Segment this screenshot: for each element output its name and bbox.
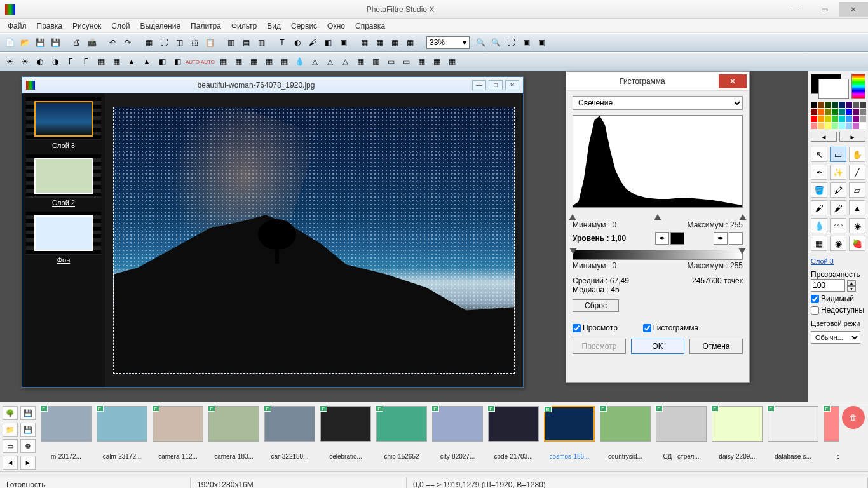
layer-thumb[interactable] <box>34 101 93 137</box>
canvas[interactable] <box>113 107 515 374</box>
eyedropper-tool-icon[interactable]: ✒ <box>811 165 827 180</box>
pointer-tool-icon[interactable]: ↖ <box>811 147 827 162</box>
module-icon[interactable]: ▦ <box>372 36 386 50</box>
open-icon[interactable]: 📂 <box>18 36 32 50</box>
emboss-icon[interactable]: △ <box>338 55 352 69</box>
layer-thumb[interactable] <box>34 215 93 251</box>
relief-icon[interactable]: △ <box>323 55 337 69</box>
tree-disk-icon[interactable]: 💾 <box>20 423 36 437</box>
preview-checkbox[interactable]: Просмотр <box>573 323 618 332</box>
close-button[interactable]: ✕ <box>839 2 868 17</box>
menu-window[interactable]: Окно <box>322 20 350 32</box>
palette-color[interactable] <box>825 109 831 115</box>
white-swatch[interactable] <box>729 232 743 245</box>
palette-color[interactable] <box>825 123 831 129</box>
resize-icon[interactable]: ⛶ <box>157 36 171 50</box>
palette-color[interactable] <box>832 123 838 129</box>
menu-palette[interactable]: Палитра <box>186 20 226 32</box>
paste-icon[interactable]: 📋 <box>203 36 217 50</box>
tree-save-icon[interactable]: 💾 <box>20 406 36 420</box>
palette-color[interactable] <box>846 116 852 122</box>
palette-color[interactable] <box>853 102 859 108</box>
palette-color[interactable] <box>846 109 852 115</box>
sharpen-icon[interactable]: △ <box>308 55 322 69</box>
wand-tool-icon[interactable]: ✨ <box>830 165 846 180</box>
blur-icon[interactable]: 💧 <box>292 55 306 69</box>
advbrush-tool-icon[interactable]: 🖌 <box>830 200 846 215</box>
redeye-tool-icon[interactable]: ◉ <box>830 236 846 251</box>
mdi-maximize-icon[interactable]: □ <box>489 80 503 90</box>
bright-plus-icon[interactable]: ☀ <box>18 55 32 69</box>
palette-color[interactable] <box>832 116 838 122</box>
palette-color[interactable] <box>811 109 817 115</box>
palette-prev-button[interactable]: ◄ <box>811 132 837 142</box>
palette-color[interactable] <box>860 109 866 115</box>
stamp-tool-icon[interactable]: ▲ <box>849 200 865 215</box>
filmstrip-item[interactable]: Echip-152652 <box>376 406 427 468</box>
opacity-input[interactable] <box>811 279 845 292</box>
output-gradient[interactable] <box>573 250 743 260</box>
visible-checkbox[interactable]: Видимый <box>811 294 865 303</box>
palette-color[interactable] <box>818 123 824 129</box>
contrast-plus-icon[interactable]: ◑ <box>48 55 62 69</box>
crop-icon[interactable]: ◫ <box>172 36 186 50</box>
menu-tools[interactable]: Сервис <box>286 20 322 32</box>
tile3-icon[interactable]: ▦ <box>247 55 261 69</box>
contrast-minus-icon[interactable]: ◐ <box>33 55 47 69</box>
black-swatch[interactable] <box>670 232 684 245</box>
frame-icon[interactable]: ▭ <box>384 55 398 69</box>
filmstrip-item[interactable]: Ecity-82027... <box>432 406 483 468</box>
reset-button[interactable]: Сброс <box>573 299 619 312</box>
opacity-up-button[interactable]: ▲ <box>847 280 856 286</box>
filmstrip-item[interactable]: Ecamera-112... <box>153 406 203 468</box>
auto-c-icon[interactable]: AUTO <box>201 55 215 69</box>
sat-minus-icon[interactable]: ▦ <box>94 55 108 69</box>
tile5-icon[interactable]: ▦ <box>277 55 291 69</box>
palette-color[interactable] <box>846 123 852 129</box>
palette-color[interactable] <box>832 109 838 115</box>
rgb-icon[interactable]: ▦ <box>142 36 156 50</box>
hand-tool-icon[interactable]: ✋ <box>849 147 865 162</box>
palette-color[interactable] <box>860 116 866 122</box>
marquee-tool-icon[interactable]: ▭ <box>830 147 846 162</box>
art-tool-icon[interactable]: 🍓 <box>849 236 865 251</box>
locked-checkbox[interactable]: Недоступны <box>811 306 865 315</box>
hist-l-icon[interactable]: ▲ <box>125 55 139 69</box>
menu-image[interactable]: Рисунок <box>67 20 106 32</box>
filmstrip-item[interactable]: Ecalm-23172... <box>97 406 147 468</box>
palette-color[interactable] <box>853 116 859 122</box>
background-swatch[interactable] <box>818 79 849 99</box>
layers-icon[interactable]: ▤ <box>239 36 253 50</box>
palette-color[interactable] <box>839 116 845 122</box>
redo-icon[interactable]: ↷ <box>121 36 135 50</box>
fullscreen-icon[interactable]: ▣ <box>534 36 548 50</box>
channel-select[interactable]: Свечение <box>573 96 743 110</box>
color-palette[interactable] <box>811 102 865 129</box>
undo-icon[interactable]: ↶ <box>105 36 119 50</box>
tilew-icon[interactable]: ▦ <box>430 55 444 69</box>
shapes-icon[interactable]: ▣ <box>336 36 350 50</box>
filmstrip-item[interactable]: Ecode-21703... <box>488 406 539 468</box>
tree-gear-icon[interactable]: ⚙ <box>20 439 36 453</box>
palette-color[interactable] <box>832 102 838 108</box>
gradient-icon[interactable]: ▥ <box>369 55 383 69</box>
input-sliders[interactable] <box>573 210 743 219</box>
layer-thumb[interactable] <box>34 158 93 194</box>
blur-tool-icon[interactable]: 💧 <box>811 218 827 233</box>
palette-color[interactable] <box>860 102 866 108</box>
palette-color[interactable] <box>853 123 859 129</box>
bright-minus-icon[interactable]: ☀ <box>3 55 17 69</box>
tile4-icon[interactable]: ▦ <box>262 55 276 69</box>
clone-tool-icon[interactable]: ◉ <box>849 218 865 233</box>
filmstrip-item[interactable]: EСД - стрел... <box>656 406 707 468</box>
palette-color[interactable] <box>811 102 817 108</box>
palette-color[interactable] <box>825 116 831 122</box>
layer-name[interactable]: Фон <box>57 256 71 264</box>
fit-icon[interactable]: ⛶ <box>504 36 518 50</box>
tree-select-icon[interactable]: ▭ <box>3 439 18 453</box>
auto-l-icon[interactable]: AUTO <box>186 55 200 69</box>
tile2-icon[interactable]: ▦ <box>231 55 245 69</box>
line-tool-icon[interactable]: ╱ <box>849 165 865 180</box>
minimize-button[interactable]: — <box>780 2 810 17</box>
ok-button[interactable]: OK <box>631 339 684 354</box>
